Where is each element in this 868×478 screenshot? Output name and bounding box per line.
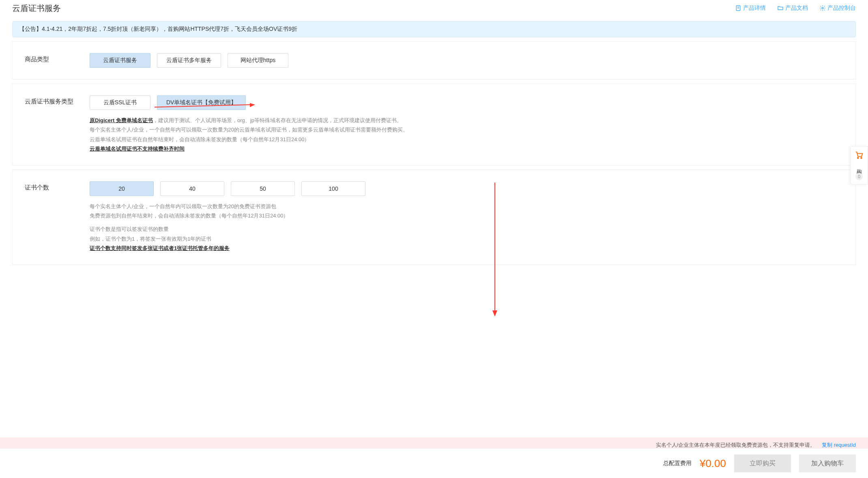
desc-original-digicert: 原Digicert 免费单域名证书 bbox=[90, 117, 153, 123]
svg-point-3 bbox=[822, 7, 823, 9]
section-product-type: 商品类型 云盾证书服务 云盾证书多年服务 网站代理https bbox=[12, 41, 856, 80]
option-count-40[interactable]: 40 bbox=[160, 181, 224, 196]
label-product-type: 商品类型 bbox=[25, 53, 90, 63]
svg-point-6 bbox=[857, 157, 859, 159]
cart-label: 购物车 bbox=[855, 165, 863, 170]
option-count-100[interactable]: 100 bbox=[301, 181, 365, 196]
desc-no-renewal: 云盾单域名试用证书不支持续费补齐时间 bbox=[90, 146, 185, 152]
annotation-arrow-1 bbox=[155, 103, 256, 111]
section-service-type: 云盾证书服务类型 云盾SSL证书 DV单域名证书【免费试用】 原Digicert… bbox=[12, 84, 856, 166]
header-links: 产品详情 产品文档 产品控制台 bbox=[735, 4, 856, 12]
section-cert-count: 证书个数 20 40 50 100 每个实名主体个人/企业，一个自然年内可以领取… bbox=[12, 170, 856, 265]
label-cert-count: 证书个数 bbox=[25, 181, 90, 192]
svg-marker-5 bbox=[250, 103, 255, 107]
page-header: 云盾证书服务 产品详情 产品文档 产品控制台 bbox=[0, 0, 868, 16]
folder-icon bbox=[777, 5, 784, 11]
svg-line-4 bbox=[155, 105, 250, 107]
option-count-50[interactable]: 50 bbox=[231, 181, 295, 196]
gear-icon bbox=[819, 5, 826, 11]
option-cert-multi-year[interactable]: 云盾证书多年服务 bbox=[157, 53, 221, 68]
cart-icon bbox=[855, 151, 864, 161]
cert-count-desc: 每个实名主体个人/企业，一个自然年内可以领取一次数量为20的免费证书资源包 免费… bbox=[90, 202, 843, 253]
link-product-console[interactable]: 产品控制台 bbox=[819, 4, 856, 12]
link-product-docs[interactable]: 产品文档 bbox=[777, 4, 808, 12]
doc-icon bbox=[735, 5, 741, 11]
page-title: 云盾证书服务 bbox=[12, 3, 61, 14]
svg-point-7 bbox=[861, 157, 862, 159]
link-product-detail[interactable]: 产品详情 bbox=[735, 4, 766, 12]
option-website-https[interactable]: 网站代理https bbox=[228, 53, 288, 68]
notice-bar: 【公告】4.1-4.21，2年期7折起，7.5折封顶（新老同享），首购网站HTT… bbox=[12, 21, 856, 37]
option-count-20[interactable]: 20 bbox=[90, 181, 154, 196]
option-ssl-cert[interactable]: 云盾SSL证书 bbox=[90, 95, 150, 110]
option-cert-service[interactable]: 云盾证书服务 bbox=[90, 53, 150, 68]
cart-badge: 0 bbox=[855, 173, 863, 180]
cart-widget[interactable]: 购物车 0 bbox=[850, 146, 868, 185]
service-type-desc: 原Digicert 免费单域名证书，建议用于测试、个人试用等场景，org、jp等… bbox=[90, 116, 843, 154]
notice-text: 【公告】4.1-4.21，2年期7折起，7.5折封顶（新老同享），首购网站HTT… bbox=[19, 26, 297, 32]
desc-count-multi: 证书个数支持同时签发多张证书或者1张证书托管多年的服务 bbox=[90, 245, 230, 251]
label-service-type: 云盾证书服务类型 bbox=[25, 95, 90, 106]
